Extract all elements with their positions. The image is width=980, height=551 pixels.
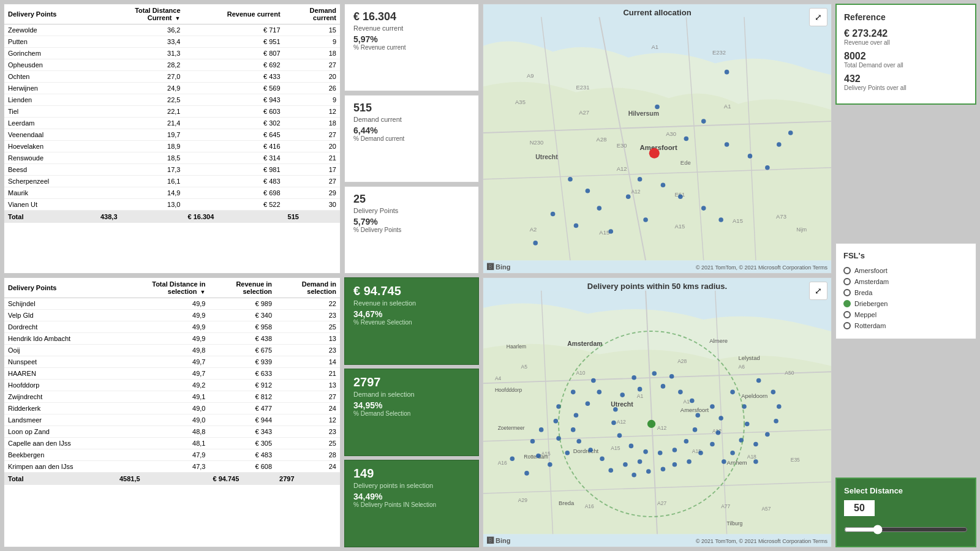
table-row: HAAREN49,7€ 63321: [4, 368, 340, 380]
svg-point-151: [777, 404, 782, 409]
svg-text:A27: A27: [657, 500, 666, 506]
svg-point-50: [574, 223, 579, 228]
dp-sel-pct: 34,49%: [353, 492, 470, 501]
top-delivery-table: Delivery Points Total Distance Current ▼…: [4, 4, 341, 274]
dp-pct-label: % Delivery Points: [353, 227, 470, 233]
fsl-item[interactable]: Amersfoort: [843, 265, 968, 276]
dem-sel-pct: 34,95%: [353, 400, 470, 410]
svg-point-49: [551, 212, 556, 217]
table-row: Ochten27,0€ 43320: [4, 71, 340, 83]
svg-point-147: [524, 471, 529, 476]
svg-point-149: [756, 378, 761, 383]
svg-point-134: [539, 427, 544, 432]
svg-point-45: [661, 182, 666, 187]
svg-text:A1: A1: [724, 103, 731, 110]
stat-revenue-current: € 16.304 Revenue current 5,97% % Revenue…: [344, 4, 479, 91]
svg-text:A16: A16: [498, 460, 507, 466]
svg-point-106: [684, 439, 689, 444]
sort-icon: ▼: [175, 15, 181, 21]
svg-point-102: [678, 390, 683, 395]
table-row: Lienden22,5€ 9439: [4, 94, 340, 106]
table-row: Opheusden28,2€ 69227: [4, 59, 340, 71]
ref-revenue-value: € 273.242: [844, 28, 968, 39]
col-demand-selection: Demand inselection: [276, 278, 340, 298]
table-row: Vianen Ut13,0€ 52230: [4, 199, 340, 211]
dp-sel-value: 149: [353, 467, 470, 481]
svg-point-115: [574, 413, 579, 418]
svg-text:Zoetermeer: Zoetermeer: [498, 425, 525, 431]
svg-point-109: [643, 449, 648, 454]
table-row: Capelle aan den IJss48,1€ 30525: [4, 438, 340, 449]
svg-point-51: [608, 229, 613, 234]
table-row: Loon op Zand48,8€ 34323: [4, 426, 340, 438]
svg-point-145: [623, 462, 628, 467]
svg-text:A12: A12: [617, 165, 627, 172]
svg-text:A29: A29: [518, 497, 527, 503]
svg-point-99: [620, 392, 625, 397]
dp-pct: 5,79%: [353, 217, 470, 227]
svg-text:Amersfoort: Amersfoort: [680, 407, 709, 414]
svg-point-146: [638, 459, 643, 464]
fsl-item[interactable]: Rotterdam: [843, 320, 968, 331]
svg-text:Lelystad: Lelystad: [739, 354, 760, 361]
demand-label: Demand current: [353, 116, 470, 123]
radio-icon: [843, 267, 851, 274]
svg-point-125: [687, 459, 692, 464]
svg-text:A15: A15: [599, 229, 609, 236]
table-row: Dordrecht49,9€ 95825: [4, 321, 340, 333]
svg-point-42: [597, 206, 602, 211]
top-map: Current allocation A1 E232 A9 E231 A35 A…: [483, 4, 832, 274]
svg-text:Nijm: Nijm: [796, 227, 807, 233]
svg-point-128: [669, 374, 674, 379]
table-row: Tiel22,1€ 60312: [4, 106, 340, 118]
top-map-attribution: © 2021 TomTom, © 2021 Microsoft Corporat…: [696, 264, 827, 271]
svg-point-155: [591, 378, 596, 383]
bottom-map-expand-button[interactable]: ⤢: [809, 282, 827, 300]
distance-slider-container[interactable]: [844, 522, 968, 539]
ref-demand-label: Total Demand over all: [844, 62, 968, 69]
distance-title: Select Distance: [844, 486, 968, 495]
fsl-title: FSL's: [843, 251, 968, 260]
svg-text:Breda: Breda: [559, 500, 575, 506]
svg-point-36: [748, 154, 753, 159]
svg-text:Hoofdddorp: Hoofdddorp: [495, 387, 522, 393]
dem-sel-pct-label: % Demand Selection: [353, 410, 470, 417]
svg-point-107: [673, 448, 677, 452]
svg-text:Haarlem: Haarlem: [507, 343, 526, 350]
svg-text:A16: A16: [585, 503, 594, 509]
revenue-value: € 16.304: [353, 10, 470, 23]
svg-point-110: [629, 444, 634, 449]
svg-point-152: [774, 419, 778, 424]
svg-text:A15: A15: [733, 217, 743, 224]
table-row: Velp Gld49,9€ 34023: [4, 310, 340, 321]
svg-text:E35: E35: [791, 457, 800, 463]
svg-point-101: [661, 384, 666, 389]
svg-point-144: [608, 468, 613, 473]
distance-slider[interactable]: [844, 525, 968, 534]
svg-text:A6: A6: [739, 364, 745, 370]
rev-sel-pct: 34,67%: [353, 309, 470, 319]
demand-pct: 6,44%: [353, 126, 470, 135]
top-bing-logo: 🅱 Bing: [487, 263, 511, 271]
fsl-label: Meppel: [854, 311, 876, 318]
table-row: Zeewolde36,2€ 71715: [4, 24, 340, 36]
fsl-label: Driebergen: [854, 300, 888, 307]
top-map-expand-button[interactable]: ⤢: [809, 8, 827, 26]
dp-sel-pct-label: % Delivery Points IN Selection: [353, 501, 470, 508]
svg-point-37: [765, 165, 770, 170]
bottom-total-row: Total 4581,5 € 94.745 2797: [4, 473, 340, 485]
ref-points-label: Delivery Points over all: [844, 84, 968, 91]
table-row: Herwijnen24,9€ 56926: [4, 83, 340, 94]
svg-point-41: [586, 189, 590, 193]
svg-text:A10: A10: [576, 370, 585, 376]
fsl-item[interactable]: Meppel: [843, 309, 968, 320]
col-total-distance: Total Distance Current ▼: [97, 4, 184, 24]
svg-point-103: [690, 399, 695, 403]
svg-point-150: [771, 390, 776, 395]
bottom-delivery-table: Delivery Points Total Distance inselecti…: [4, 277, 341, 547]
svg-text:A1: A1: [684, 399, 690, 405]
fsl-item[interactable]: Breda: [843, 287, 968, 298]
fsl-item[interactable]: Driebergen: [843, 298, 968, 309]
fsl-item[interactable]: Amsterdam: [843, 276, 968, 287]
svg-point-52: [533, 241, 538, 246]
